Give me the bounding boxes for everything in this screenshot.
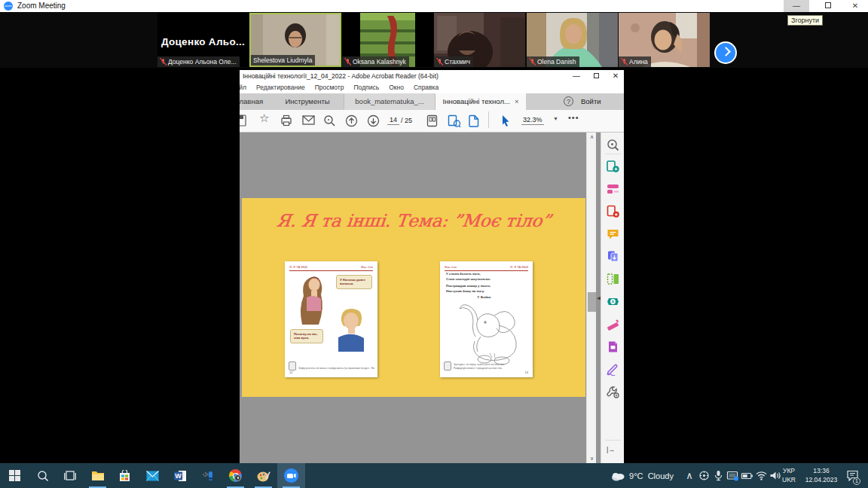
- previous-page-icon[interactable]: [345, 114, 358, 127]
- acrobat-toolbar: ☆ 14 / 25 32.3% ▼ •••: [240, 110, 624, 133]
- scroll-down-icon[interactable]: ∨: [587, 456, 597, 462]
- star-icon[interactable]: ☆: [259, 111, 269, 125]
- acrobat-tools-sidebar: |→: [601, 133, 624, 463]
- page-thumbnails-icon[interactable]: [426, 114, 438, 127]
- email-icon[interactable]: [302, 114, 315, 126]
- task-view-button[interactable]: [56, 463, 84, 488]
- sidebar-compress-pdf-icon[interactable]: [607, 295, 619, 308]
- acrobat-tabbar: Главная Инструменты book_matematuka_... …: [240, 93, 624, 110]
- sidebar-edit-pdf-icon[interactable]: [607, 182, 619, 195]
- sidebar-search-icon[interactable]: [607, 139, 619, 151]
- scroll-up-icon[interactable]: ∧: [587, 134, 597, 140]
- zoom-level-value[interactable]: 32.3%: [521, 116, 544, 125]
- tray-microphone-icon[interactable]: [711, 470, 726, 481]
- tray-teams-icon[interactable]: [697, 470, 711, 481]
- scrollbar-thumb[interactable]: [588, 292, 596, 312]
- more-tools-ellipsis-icon[interactable]: •••: [568, 113, 579, 122]
- next-participants-button[interactable]: [716, 43, 735, 63]
- menu-sign[interactable]: Подпись: [354, 84, 380, 91]
- language-indicator[interactable]: УКР UKR: [778, 463, 800, 488]
- sidebar-export-pdf-icon[interactable]: [607, 160, 619, 172]
- print-icon[interactable]: [280, 114, 292, 127]
- menu-file[interactable]: Файл: [240, 84, 246, 91]
- login-button[interactable]: Войти: [581, 93, 601, 110]
- taskbar-search-button[interactable]: [29, 463, 57, 488]
- tray-battery-icon[interactable]: [740, 471, 754, 480]
- book-page-right: Моє тілоЯ. Я ТА ІНШІ У слона болить нога…: [440, 261, 533, 377]
- notification-badge: 1: [853, 477, 860, 485]
- help-icon[interactable]: ?: [564, 96, 573, 106]
- menu-help[interactable]: Справка: [414, 84, 439, 91]
- acrobat-close-button[interactable]: ✕: [607, 71, 624, 82]
- zoom-minimize-button[interactable]: —: [784, 0, 809, 12]
- participant-tile-dotsenko[interactable]: Доценко Альо... Доценко Альона Оле...: [157, 13, 249, 67]
- next-page-icon[interactable]: [367, 114, 380, 127]
- zoom-close-button[interactable]: ✕: [842, 0, 868, 12]
- speech-bubble-2: Потягну-но віс-сіна вуха.: [290, 329, 323, 343]
- create-pdf-icon[interactable]: [469, 114, 479, 127]
- sidebar-create-pdf-icon[interactable]: [607, 205, 619, 218]
- chrome-button[interactable]: [222, 463, 249, 488]
- pinned-app-button[interactable]: [194, 463, 222, 488]
- participant-tile-stakhmych[interactable]: Стахмич: [434, 13, 525, 67]
- minimize-tooltip: Згорнути: [787, 15, 823, 26]
- zoom-level-caret-icon[interactable]: ▼: [553, 116, 558, 121]
- select-cursor-icon[interactable]: [500, 114, 511, 127]
- export-pdf-icon[interactable]: [448, 114, 461, 127]
- sidebar-organize-pages-icon[interactable]: [607, 273, 619, 285]
- tray-display-icon[interactable]: [726, 471, 740, 481]
- mic-muted-icon: [344, 59, 350, 66]
- participant-tile-olena[interactable]: Olena Danish: [527, 13, 618, 67]
- sidebar-more-tools-icon[interactable]: [607, 386, 619, 398]
- save-icon[interactable]: [240, 114, 246, 127]
- menu-view[interactable]: Просмотр: [315, 84, 344, 91]
- mail-button[interactable]: [139, 463, 167, 488]
- tab-tools[interactable]: Инструменты: [277, 93, 338, 110]
- page-total-label: / 25: [401, 117, 412, 124]
- zoom-window-title: Zoom Meeting: [17, 2, 66, 10]
- menu-window[interactable]: Окно: [389, 84, 404, 91]
- poem-text: У слона болить нога, Слон сьогодні шкути…: [446, 272, 491, 300]
- tab-document-book[interactable]: book_matematuka_...: [344, 93, 436, 110]
- zoom-app-icon: zoom: [4, 2, 13, 11]
- acrobat-maximize-button[interactable]: [588, 71, 604, 82]
- tab-close-icon[interactable]: ×: [515, 97, 519, 105]
- tab-home[interactable]: Главная: [240, 93, 270, 110]
- boy-illustration: [329, 305, 372, 352]
- file-explorer-button[interactable]: [84, 463, 112, 488]
- mic-muted-icon: [160, 59, 166, 66]
- search-icon[interactable]: [323, 114, 336, 127]
- zoom-window-titlebar: zoom Zoom Meeting — ✕: [0, 0, 868, 12]
- notification-center-button[interactable]: 1: [842, 463, 862, 488]
- sidebar-combine-files-icon[interactable]: [607, 250, 619, 263]
- sidebar-measure-icon[interactable]: [607, 318, 619, 331]
- open-tools-panel-icon[interactable]: |→: [607, 446, 615, 453]
- word-button[interactable]: W: [167, 463, 194, 488]
- participant-tile-oksana[interactable]: Oksana Kalashnyk: [342, 13, 433, 67]
- clock-widget[interactable]: 13:36 12.04.2023: [802, 463, 841, 488]
- girl-illustration: [291, 272, 332, 328]
- hidden-icons-chevron[interactable]: ∧: [682, 463, 697, 488]
- zoom-app-button[interactable]: [277, 463, 305, 488]
- participant-tile-alina[interactable]: Алина: [619, 13, 710, 67]
- participant-tile-shelestova[interactable]: Shelestova Liudmyla: [249, 13, 341, 67]
- sidebar-protect-icon[interactable]: [607, 340, 619, 353]
- tab-document-active[interactable]: Інноваційні технол...×: [436, 93, 526, 110]
- paint-button[interactable]: [249, 463, 277, 488]
- tray-wifi-icon[interactable]: [754, 471, 769, 480]
- book-page-left: Я. Я ТА ІНШІМоє тіло У Наталки довге вол…: [285, 261, 377, 377]
- speech-bubble-1: У Наталки довге волосся.: [336, 275, 372, 289]
- acrobat-titlebar: Інноваційні технології_12_04_2022 - Adob…: [240, 70, 624, 83]
- zoom-maximize-button[interactable]: [815, 0, 841, 12]
- weather-widget[interactable]: 9°C Cloudy: [606, 463, 678, 488]
- zoom-video-strip: Доценко Альо... Доценко Альона Оле... Sh…: [0, 12, 868, 68]
- start-button[interactable]: [1, 463, 29, 488]
- sidebar-fill-sign-icon[interactable]: [607, 363, 619, 376]
- menu-edit[interactable]: Редактирование: [256, 84, 305, 91]
- page-number-input[interactable]: 14: [387, 116, 399, 125]
- mic-muted-icon: [529, 59, 535, 66]
- microsoft-store-button[interactable]: [111, 463, 139, 488]
- acrobat-minimize-button[interactable]: —: [568, 71, 585, 82]
- pdf-scrollbar[interactable]: ∧ ∨: [586, 133, 596, 463]
- sidebar-comment-icon[interactable]: [607, 227, 619, 240]
